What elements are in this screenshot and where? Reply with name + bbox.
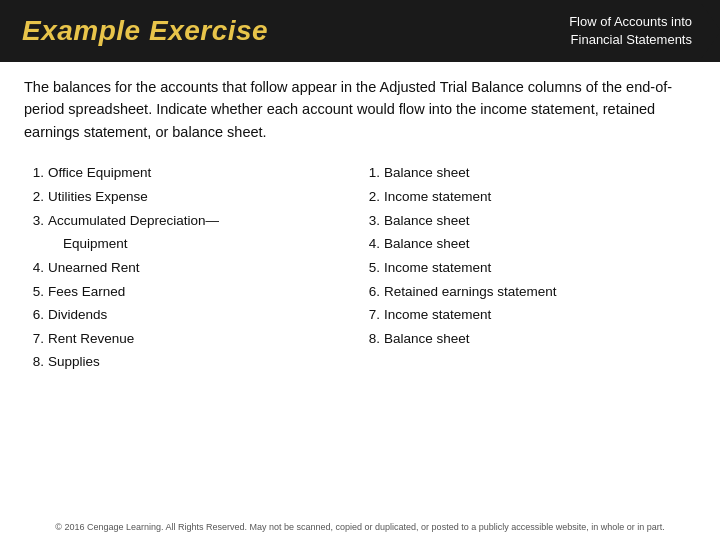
list-text: Fees Earned bbox=[48, 280, 360, 304]
list-item: 7.Rent Revenue bbox=[24, 327, 360, 351]
list-item: 2.Utilities Expense bbox=[24, 185, 360, 209]
list-num: 2. bbox=[360, 185, 380, 209]
list-text: Rent Revenue bbox=[48, 327, 360, 351]
list-item: 8.Supplies bbox=[24, 350, 360, 374]
list-item: 2.Income statement bbox=[360, 185, 696, 209]
list-num: 5. bbox=[360, 256, 380, 280]
header-right: Flow of Accounts into Financial Statemen… bbox=[290, 0, 720, 62]
list-item: 4.Balance sheet bbox=[360, 232, 696, 256]
list-text: Unearned Rent bbox=[48, 256, 360, 280]
main-content: The balances for the accounts that follo… bbox=[0, 62, 720, 382]
list-item: 3.Accumulated Depreciation— Equipment bbox=[24, 209, 360, 256]
example-exercise-title: Example Exercise bbox=[22, 15, 268, 47]
list-text: Balance sheet bbox=[384, 209, 696, 233]
list-text: Accumulated Depreciation— Equipment bbox=[48, 209, 360, 256]
list-item: 6.Dividends bbox=[24, 303, 360, 327]
list-text: Balance sheet bbox=[384, 327, 696, 351]
list-text: Office Equipment bbox=[48, 161, 360, 185]
list-item: 8.Balance sheet bbox=[360, 327, 696, 351]
list-num: 4. bbox=[360, 232, 380, 256]
list-text: Income statement bbox=[384, 256, 696, 280]
list-text: Utilities Expense bbox=[48, 185, 360, 209]
list-text: Balance sheet bbox=[384, 161, 696, 185]
list-text: Balance sheet bbox=[384, 232, 696, 256]
list-num: 7. bbox=[360, 303, 380, 327]
list-num: 4. bbox=[24, 256, 44, 280]
list-num: 1. bbox=[24, 161, 44, 185]
list-num: 8. bbox=[360, 327, 380, 351]
intro-paragraph: The balances for the accounts that follo… bbox=[24, 76, 696, 143]
list-text: Income statement bbox=[384, 303, 696, 327]
footer-text: © 2016 Cengage Learning. All Rights Rese… bbox=[0, 522, 720, 532]
right-list: 1.Balance sheet2.Income statement3.Balan… bbox=[360, 161, 696, 374]
list-num: 3. bbox=[360, 209, 380, 233]
list-text: Dividends bbox=[48, 303, 360, 327]
list-num: 6. bbox=[360, 280, 380, 304]
list-num: 1. bbox=[360, 161, 380, 185]
header-arrow-shape bbox=[699, 0, 720, 62]
list-num: 3. bbox=[24, 209, 44, 256]
list-item: 7.Income statement bbox=[360, 303, 696, 327]
list-item: 3.Balance sheet bbox=[360, 209, 696, 233]
list-num: 8. bbox=[24, 350, 44, 374]
list-text: Supplies bbox=[48, 350, 360, 374]
list-num: 7. bbox=[24, 327, 44, 351]
subtitle-line1: Flow of Accounts into bbox=[569, 14, 692, 29]
subtitle-line2: Financial Statements bbox=[571, 32, 692, 47]
list-num: 5. bbox=[24, 280, 44, 304]
header: Example Exercise Flow of Accounts into F… bbox=[0, 0, 720, 62]
list-item: 5.Fees Earned bbox=[24, 280, 360, 304]
list-text: Income statement bbox=[384, 185, 696, 209]
list-num: 2. bbox=[24, 185, 44, 209]
left-list: 1.Office Equipment2.Utilities Expense3.A… bbox=[24, 161, 360, 374]
page: Example Exercise Flow of Accounts into F… bbox=[0, 0, 720, 540]
list-num: 6. bbox=[24, 303, 44, 327]
list-item: 6.Retained earnings statement bbox=[360, 280, 696, 304]
header-subtitle: Flow of Accounts into Financial Statemen… bbox=[569, 13, 692, 49]
list-item: 1.Balance sheet bbox=[360, 161, 696, 185]
list-item: 5.Income statement bbox=[360, 256, 696, 280]
list-item: 4.Unearned Rent bbox=[24, 256, 360, 280]
lists-container: 1.Office Equipment2.Utilities Expense3.A… bbox=[24, 161, 696, 374]
list-item: 1.Office Equipment bbox=[24, 161, 360, 185]
header-title-block: Example Exercise bbox=[0, 0, 290, 62]
list-text: Retained earnings statement bbox=[384, 280, 696, 304]
